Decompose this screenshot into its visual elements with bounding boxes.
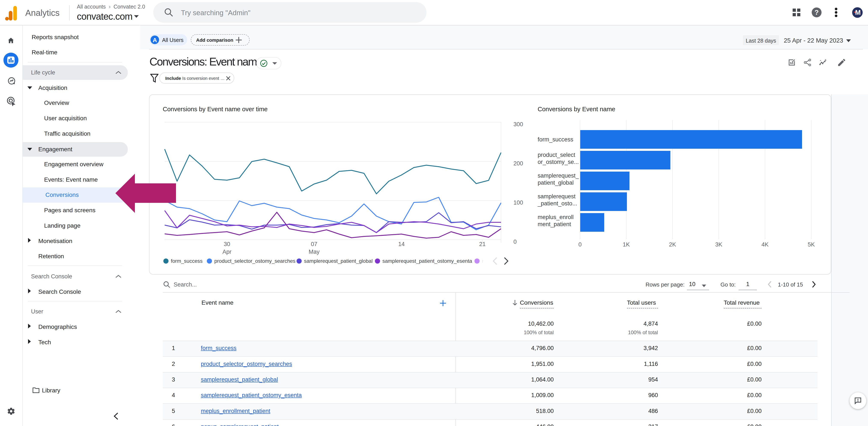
svg-text:100: 100 [514, 199, 523, 206]
svg-text:Conversions by Event name: Conversions by Event name [538, 106, 615, 112]
svg-text:300: 300 [514, 121, 523, 128]
svg-text:?: ? [814, 8, 819, 16]
svg-text:30: 30 [224, 241, 230, 247]
svg-text:4K: 4K [762, 241, 769, 248]
svg-text:5K: 5K [808, 241, 815, 248]
svg-text:Conversions by Event name over: Conversions by Event name over time [163, 106, 268, 112]
svg-text:samplerequest_: samplerequest_ [538, 172, 579, 179]
svg-text:meplus_enroll: meplus_enroll [538, 214, 574, 220]
svg-text:ment_patient: ment_patient [538, 221, 571, 227]
svg-text:07: 07 [311, 241, 317, 247]
svg-text:2K: 2K [669, 241, 676, 248]
svg-text:0: 0 [514, 238, 517, 245]
svg-text:or_ostomy_se...: or_ostomy_se... [538, 159, 579, 165]
svg-text:form_success: form_success [538, 136, 574, 143]
svg-text:patient_global: patient_global [538, 179, 574, 186]
svg-text:samplerequest_patient_global: samplerequest_patient_global [304, 258, 373, 264]
svg-text:_patient_osto...: _patient_osto... [537, 200, 577, 207]
svg-text:May: May [309, 249, 320, 255]
svg-text:product_selector_ostomy_search: product_selector_ostomy_searches [214, 258, 296, 264]
svg-text:samplerequest_patient_ostomy_e: samplerequest_patient_ostomy_esenta [382, 258, 472, 264]
svg-text:3K: 3K [715, 241, 722, 248]
svg-text:0: 0 [578, 241, 582, 248]
svg-text:200: 200 [514, 160, 523, 167]
svg-text:1K: 1K [623, 241, 630, 248]
svg-text:21: 21 [479, 241, 486, 247]
svg-text:Apr: Apr [222, 249, 231, 255]
svg-text:M: M [855, 9, 861, 16]
svg-text:14: 14 [398, 241, 405, 247]
svg-text:product_select: product_select [538, 152, 575, 158]
svg-text:form_success: form_success [171, 258, 203, 264]
svg-text:samplerequest: samplerequest [538, 193, 576, 200]
